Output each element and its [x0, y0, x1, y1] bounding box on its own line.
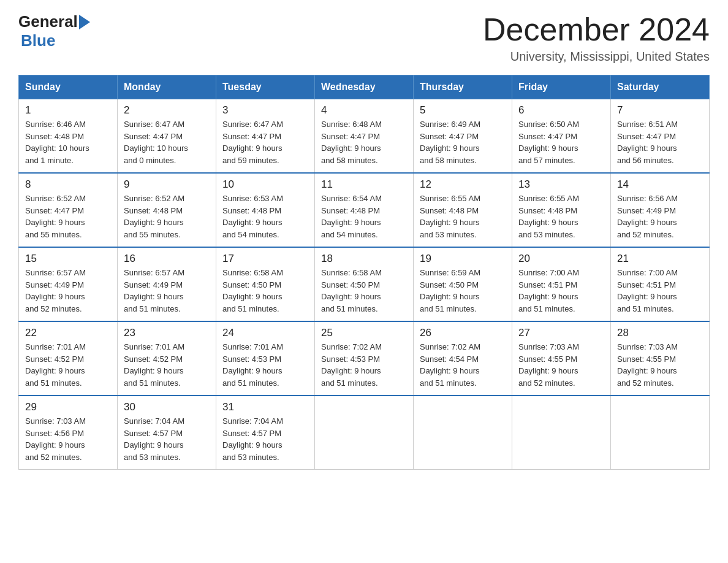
day-info: Sunrise: 6:49 AMSunset: 4:47 PMDaylight:…	[420, 120, 480, 165]
calendar-cell: 14 Sunrise: 6:56 AMSunset: 4:49 PMDaylig…	[611, 173, 710, 247]
header-day-thursday: Thursday	[414, 75, 512, 99]
day-info: Sunrise: 6:53 AMSunset: 4:48 PMDaylight:…	[222, 194, 283, 239]
day-number: 6	[518, 104, 604, 117]
logo-general-text: General	[18, 12, 78, 31]
day-number: 14	[617, 178, 703, 191]
header-day-saturday: Saturday	[611, 75, 710, 99]
calendar-week-4: 22 Sunrise: 7:01 AMSunset: 4:52 PMDaylig…	[19, 321, 710, 396]
day-number: 31	[222, 401, 308, 413]
day-info: Sunrise: 6:57 AMSunset: 4:49 PMDaylight:…	[124, 268, 184, 313]
calendar-cell: 10 Sunrise: 6:53 AMSunset: 4:48 PMDaylig…	[216, 173, 315, 247]
day-number: 28	[617, 327, 703, 339]
day-number: 30	[124, 401, 210, 413]
day-info: Sunrise: 7:01 AMSunset: 4:53 PMDaylight:…	[222, 342, 283, 388]
day-number: 9	[124, 178, 210, 191]
calendar-cell	[414, 396, 512, 470]
day-info: Sunrise: 7:01 AMSunset: 4:52 PMDaylight:…	[25, 342, 86, 388]
day-number: 11	[321, 178, 407, 191]
calendar-cell: 1 Sunrise: 6:46 AMSunset: 4:48 PMDayligh…	[19, 99, 118, 174]
day-number: 26	[420, 327, 506, 339]
day-number: 21	[617, 253, 703, 265]
calendar-cell: 3 Sunrise: 6:47 AMSunset: 4:47 PMDayligh…	[216, 99, 315, 174]
calendar-cell: 29 Sunrise: 7:03 AMSunset: 4:56 PMDaylig…	[19, 396, 118, 470]
day-number: 8	[25, 178, 111, 191]
calendar-cell: 26 Sunrise: 7:02 AMSunset: 4:54 PMDaylig…	[414, 321, 512, 396]
header-day-friday: Friday	[512, 75, 611, 99]
day-info: Sunrise: 7:01 AMSunset: 4:52 PMDaylight:…	[124, 342, 184, 388]
day-number: 1	[25, 104, 111, 117]
day-info: Sunrise: 6:54 AMSunset: 4:48 PMDaylight:…	[321, 194, 382, 239]
calendar-cell: 25 Sunrise: 7:02 AMSunset: 4:53 PMDaylig…	[315, 321, 414, 396]
calendar-cell: 20 Sunrise: 7:00 AMSunset: 4:51 PMDaylig…	[512, 247, 611, 321]
logo-arrow-icon	[79, 15, 90, 29]
calendar-cell: 11 Sunrise: 6:54 AMSunset: 4:48 PMDaylig…	[315, 173, 414, 247]
day-number: 18	[321, 253, 407, 265]
calendar-cell: 15 Sunrise: 6:57 AMSunset: 4:49 PMDaylig…	[19, 247, 118, 321]
day-number: 5	[420, 104, 506, 117]
day-number: 10	[222, 178, 308, 191]
calendar-cell	[315, 396, 414, 470]
day-info: Sunrise: 6:59 AMSunset: 4:50 PMDaylight:…	[420, 268, 480, 313]
day-info: Sunrise: 6:51 AMSunset: 4:47 PMDaylight:…	[617, 120, 678, 165]
day-info: Sunrise: 7:02 AMSunset: 4:54 PMDaylight:…	[420, 342, 480, 388]
day-info: Sunrise: 6:52 AMSunset: 4:47 PMDaylight:…	[25, 194, 86, 239]
calendar-week-2: 8 Sunrise: 6:52 AMSunset: 4:47 PMDayligh…	[19, 173, 710, 247]
day-number: 15	[25, 253, 111, 265]
day-number: 24	[222, 327, 308, 339]
day-number: 13	[518, 178, 604, 191]
day-number: 20	[518, 253, 604, 265]
day-number: 29	[25, 401, 111, 413]
day-number: 4	[321, 104, 407, 117]
calendar-week-3: 15 Sunrise: 6:57 AMSunset: 4:49 PMDaylig…	[19, 247, 710, 321]
calendar-body: 1 Sunrise: 6:46 AMSunset: 4:48 PMDayligh…	[19, 99, 710, 470]
logo: General Blue	[18, 12, 90, 50]
calendar-cell	[611, 396, 710, 470]
calendar-cell: 30 Sunrise: 7:04 AMSunset: 4:57 PMDaylig…	[118, 396, 216, 470]
day-number: 22	[25, 327, 111, 339]
header-day-sunday: Sunday	[19, 75, 118, 99]
day-info: Sunrise: 6:58 AMSunset: 4:50 PMDaylight:…	[222, 268, 283, 313]
day-info: Sunrise: 7:03 AMSunset: 4:55 PMDaylight:…	[617, 342, 678, 388]
header-day-tuesday: Tuesday	[216, 75, 315, 99]
header-row: SundayMondayTuesdayWednesdayThursdayFrid…	[19, 75, 710, 99]
calendar-table: SundayMondayTuesdayWednesdayThursdayFrid…	[18, 75, 710, 470]
page-title: December 2024	[483, 12, 710, 47]
calendar-cell: 9 Sunrise: 6:52 AMSunset: 4:48 PMDayligh…	[118, 173, 216, 247]
calendar-cell: 13 Sunrise: 6:55 AMSunset: 4:48 PMDaylig…	[512, 173, 611, 247]
calendar-cell: 19 Sunrise: 6:59 AMSunset: 4:50 PMDaylig…	[414, 247, 512, 321]
page-header: General Blue December 2024 University, M…	[18, 12, 710, 64]
title-block: December 2024 University, Mississippi, U…	[483, 12, 710, 64]
calendar-header: SundayMondayTuesdayWednesdayThursdayFrid…	[19, 75, 710, 99]
day-info: Sunrise: 6:55 AMSunset: 4:48 PMDaylight:…	[518, 194, 579, 239]
calendar-cell: 5 Sunrise: 6:49 AMSunset: 4:47 PMDayligh…	[414, 99, 512, 174]
day-info: Sunrise: 7:03 AMSunset: 4:56 PMDaylight:…	[25, 416, 86, 462]
day-number: 17	[222, 253, 308, 265]
calendar-cell: 12 Sunrise: 6:55 AMSunset: 4:48 PMDaylig…	[414, 173, 512, 247]
calendar-week-1: 1 Sunrise: 6:46 AMSunset: 4:48 PMDayligh…	[19, 99, 710, 174]
calendar-cell: 7 Sunrise: 6:51 AMSunset: 4:47 PMDayligh…	[611, 99, 710, 174]
day-info: Sunrise: 6:48 AMSunset: 4:47 PMDaylight:…	[321, 120, 382, 165]
day-info: Sunrise: 6:56 AMSunset: 4:49 PMDaylight:…	[617, 194, 678, 239]
calendar-cell: 17 Sunrise: 6:58 AMSunset: 4:50 PMDaylig…	[216, 247, 315, 321]
day-info: Sunrise: 7:02 AMSunset: 4:53 PMDaylight:…	[321, 342, 382, 388]
day-number: 3	[222, 104, 308, 117]
day-info: Sunrise: 6:55 AMSunset: 4:48 PMDaylight:…	[420, 194, 480, 239]
calendar-cell: 28 Sunrise: 7:03 AMSunset: 4:55 PMDaylig…	[611, 321, 710, 396]
calendar-cell: 23 Sunrise: 7:01 AMSunset: 4:52 PMDaylig…	[118, 321, 216, 396]
day-number: 16	[124, 253, 210, 265]
day-info: Sunrise: 6:47 AMSunset: 4:47 PMDaylight:…	[124, 120, 188, 165]
logo-blue-text: Blue	[21, 31, 55, 50]
calendar-cell: 8 Sunrise: 6:52 AMSunset: 4:47 PMDayligh…	[19, 173, 118, 247]
page-subtitle: University, Mississippi, United States	[483, 50, 710, 64]
day-info: Sunrise: 6:52 AMSunset: 4:48 PMDaylight:…	[124, 194, 184, 239]
calendar-cell: 16 Sunrise: 6:57 AMSunset: 4:49 PMDaylig…	[118, 247, 216, 321]
calendar-cell: 2 Sunrise: 6:47 AMSunset: 4:47 PMDayligh…	[118, 99, 216, 174]
day-number: 27	[518, 327, 604, 339]
calendar-cell: 27 Sunrise: 7:03 AMSunset: 4:55 PMDaylig…	[512, 321, 611, 396]
calendar-cell	[512, 396, 611, 470]
calendar-cell: 24 Sunrise: 7:01 AMSunset: 4:53 PMDaylig…	[216, 321, 315, 396]
calendar-cell: 18 Sunrise: 6:58 AMSunset: 4:50 PMDaylig…	[315, 247, 414, 321]
day-number: 2	[124, 104, 210, 117]
day-number: 25	[321, 327, 407, 339]
day-number: 23	[124, 327, 210, 339]
